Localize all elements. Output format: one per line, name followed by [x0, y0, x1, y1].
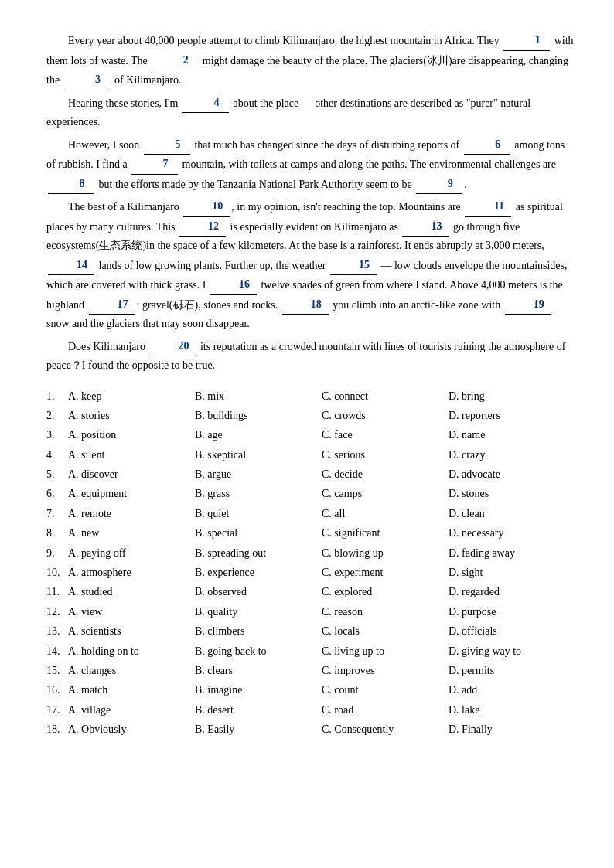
option-num-13: 13.	[46, 623, 68, 640]
option-9-d: D. fading away	[449, 545, 575, 562]
blank-8: 8	[48, 175, 94, 195]
option-1-b: B. mix	[195, 388, 322, 405]
option-num-9: 9.	[46, 545, 68, 562]
option-14-d: D. giving way to	[449, 643, 575, 660]
blank-3: 3	[64, 70, 111, 90]
option-12-b: B. quality	[195, 604, 322, 621]
option-18-c: C. Consequently	[322, 721, 449, 738]
option-12-d: D. purpose	[449, 604, 575, 621]
option-14-a: A. holding on to	[68, 643, 195, 660]
option-15-c: C. improves	[322, 662, 449, 679]
options-section: 1.A. keepB. mixC. connectD. bring2.A. st…	[46, 388, 575, 739]
blank-18: 18	[282, 295, 329, 315]
paragraph-5: Does Kilimanjaro 20 its reputation as a …	[46, 337, 575, 376]
option-8-d: D. necessary	[449, 525, 575, 542]
option-18-d: D. Finally	[449, 721, 575, 738]
option-8-a: A. new	[68, 525, 195, 542]
option-3-d: D. name	[449, 427, 575, 444]
option-7-c: C. all	[322, 505, 449, 523]
option-6-d: D. stones	[449, 485, 575, 502]
option-9-b: B. spreading out	[195, 545, 322, 562]
option-17-d: D. lake	[449, 702, 575, 719]
option-row-2: 2.A. storiesB. buildingsC. crowdsD. repo…	[46, 407, 575, 424]
option-1-c: C. connect	[322, 388, 449, 405]
option-num-14: 14.	[46, 643, 68, 660]
paragraph-4: The best of a Kilimanjaro 10, in my opin…	[46, 197, 575, 334]
blank-20: 20	[149, 337, 196, 357]
option-7-b: B. quiet	[195, 505, 322, 523]
option-9-a: A. paying off	[68, 545, 195, 562]
option-13-d: D. officials	[449, 623, 575, 640]
option-6-b: B. grass	[195, 485, 322, 502]
paragraph-2: Hearing these stories, I'm 4 about the p…	[46, 94, 575, 132]
option-11-d: D. regarded	[449, 584, 575, 601]
option-10-a: A. atmosphere	[68, 564, 195, 581]
option-num-10: 10.	[46, 564, 68, 581]
option-num-5: 5.	[46, 466, 68, 483]
option-16-b: B. imagine	[195, 682, 322, 699]
option-4-d: D. crazy	[449, 447, 575, 464]
passage: Every year about 40,000 people attempt t…	[46, 31, 575, 376]
option-4-c: C. serious	[322, 447, 449, 464]
option-16-a: A. match	[68, 682, 195, 699]
blank-11: 11	[465, 197, 511, 217]
blank-2: 2	[152, 51, 198, 71]
option-15-d: D. permits	[449, 662, 575, 679]
option-6-a: A. equipment	[68, 485, 195, 502]
option-18-b: B. Easily	[195, 721, 322, 738]
option-num-16: 16.	[46, 682, 68, 699]
option-row-1: 1.A. keepB. mixC. connectD. bring	[46, 388, 575, 405]
option-num-15: 15.	[46, 662, 68, 679]
option-row-3: 3.A. positionB. ageC. faceD. name	[46, 427, 575, 444]
option-13-b: B. climbers	[195, 623, 322, 640]
option-3-c: C. face	[322, 427, 449, 444]
option-num-4: 4.	[46, 447, 68, 464]
option-row-9: 9.A. paying offB. spreading outC. blowin…	[46, 545, 575, 562]
option-2-a: A. stories	[68, 407, 195, 424]
option-11-a: A. studied	[68, 584, 195, 601]
option-row-13: 13.A. scientistsB. climbersC. localsD. o…	[46, 623, 575, 640]
blank-5: 5	[144, 135, 190, 155]
option-row-4: 4.A. silentB. skepticalC. seriousD. craz…	[46, 447, 575, 464]
option-num-12: 12.	[46, 604, 68, 621]
blank-6: 6	[464, 135, 510, 155]
option-3-a: A. position	[68, 427, 195, 444]
blank-13: 13	[402, 217, 449, 237]
option-15-a: A. changes	[68, 662, 195, 679]
option-6-c: C. camps	[322, 485, 449, 502]
option-15-b: B. clears	[195, 662, 322, 679]
option-num-17: 17.	[46, 702, 68, 719]
option-11-b: B. observed	[195, 584, 322, 601]
blank-4: 4	[182, 94, 229, 114]
option-18-a: A. Obviously	[68, 721, 195, 738]
option-row-8: 8.A. newB. specialC. significantD. neces…	[46, 525, 575, 542]
option-row-10: 10.A. atmosphereB. experienceC. experime…	[46, 564, 575, 581]
option-row-18: 18.A. ObviouslyB. EasilyC. ConsequentlyD…	[46, 721, 575, 738]
option-num-3: 3.	[46, 427, 68, 444]
blank-1: 1	[503, 31, 550, 51]
option-row-17: 17.A. villageB. desertC. roadD. lake	[46, 702, 575, 719]
blank-9: 9	[416, 175, 462, 195]
option-10-b: B. experience	[195, 564, 322, 581]
option-2-c: C. crowds	[322, 407, 449, 424]
option-num-18: 18.	[46, 721, 68, 738]
blank-17: 17	[89, 295, 135, 315]
option-14-c: C. living up to	[322, 643, 449, 660]
option-10-c: C. experiment	[322, 564, 449, 581]
option-2-b: B. buildings	[195, 407, 322, 424]
option-4-a: A. silent	[68, 447, 195, 464]
option-5-c: C. decide	[322, 466, 449, 483]
option-row-6: 6.A. equipmentB. grassC. campsD. stones	[46, 485, 575, 502]
option-13-a: A. scientists	[68, 623, 195, 640]
blank-12: 12	[179, 217, 226, 237]
option-1-a: A. keep	[68, 388, 195, 405]
option-5-b: B. argue	[195, 466, 322, 483]
option-13-c: C. locals	[322, 623, 449, 640]
option-row-16: 16.A. matchB. imagineC. countD. add	[46, 682, 575, 699]
option-9-c: C. blowing up	[322, 545, 449, 562]
option-16-c: C. count	[322, 682, 449, 699]
blank-14: 14	[48, 256, 94, 276]
option-row-11: 11.A. studiedB. observedC. exploredD. re…	[46, 584, 575, 601]
option-row-5: 5.A. discoverB. argueC. decideD. advocat…	[46, 466, 575, 483]
option-11-c: C. explored	[322, 584, 449, 601]
